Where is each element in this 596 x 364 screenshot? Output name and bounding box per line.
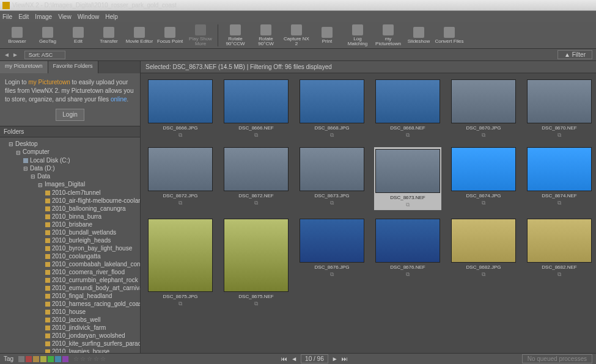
- tag-swatches[interactable]: [18, 356, 68, 362]
- thumbnail[interactable]: DSC_8673.JPG⧉: [298, 147, 366, 210]
- toolbar-slideshow[interactable]: Slideshow: [404, 23, 433, 48]
- thumbnail-filename: DSC_8670.JPG: [466, 125, 501, 131]
- tree-folder[interactable]: 2010_jacobs_well: [45, 316, 139, 324]
- menu-file[interactable]: File: [2, 13, 12, 20]
- tree-drive-c[interactable]: Local Disk (C:): [23, 156, 139, 164]
- toolbar-my-picturetown[interactable]: my Picturetown: [373, 23, 403, 48]
- tree-folder[interactable]: 2010-clem7tunnel: [45, 189, 139, 197]
- thumbnail[interactable]: DSC_8670.NEF⧉: [526, 79, 593, 139]
- thumbnail[interactable]: DSC_8666.JPG⧉: [147, 79, 214, 139]
- thumbnail[interactable]: DSC_8672.NEF⧉: [223, 147, 290, 210]
- toolbar-log-matching[interactable]: Log Matching: [343, 23, 372, 48]
- tree-folder[interactable]: 2010_coolangatta: [45, 252, 139, 260]
- thumbnail-image: [527, 147, 592, 191]
- tree-drive-d[interactable]: Data (D:): [23, 164, 139, 172]
- tree-folder[interactable]: 2010_byron_bay_light_house: [45, 244, 139, 252]
- tree-folder[interactable]: 2010_house: [45, 308, 139, 316]
- online-link[interactable]: online: [111, 96, 127, 103]
- menu-view[interactable]: View: [58, 13, 72, 20]
- toolbar-movie-editor[interactable]: Movie Editor: [125, 23, 154, 48]
- toolbar-icon: [413, 27, 424, 38]
- pager-last-icon[interactable]: ⏭: [342, 355, 348, 362]
- menu-window[interactable]: Window: [78, 13, 100, 20]
- filter-button[interactable]: ▲ Filter: [557, 50, 592, 59]
- menu-image[interactable]: Image: [35, 13, 52, 20]
- thumbnail[interactable]: DSC_8676.NEF⧉: [374, 219, 441, 307]
- thumbnail[interactable]: DSC_8672.JPG⧉: [147, 147, 214, 210]
- thumbnail-image: [375, 79, 440, 123]
- toolbar-convert-files[interactable]: Convert Files: [435, 23, 464, 48]
- pager-counter: 10 / 96: [301, 354, 328, 363]
- tree-folder[interactable]: 2010_eumundi_body_art_carnival: [45, 284, 139, 292]
- tree-folder[interactable]: 2010_bundall_wetlands: [45, 228, 139, 236]
- tree-desktop[interactable]: Desktop: [9, 140, 139, 148]
- thumbnail[interactable]: DSC_8675.JPG⧉: [147, 219, 214, 307]
- toolbar-play-show-more[interactable]: Play Show More: [186, 23, 215, 48]
- tab-favorites[interactable]: Favorite Folders: [48, 61, 98, 73]
- thumbnail[interactable]: DSC_8675.NEF⧉: [223, 219, 290, 307]
- thumbnail[interactable]: DSC_8674.JPG⧉: [450, 147, 517, 210]
- rating-stars[interactable]: ☆☆☆☆☆: [73, 355, 107, 362]
- toolbar-edit[interactable]: Edit: [64, 23, 93, 48]
- tree-folder[interactable]: 2010_currumbin_elephant_rock: [45, 276, 139, 284]
- toolbar-capture-nx-2[interactable]: Capture NX 2: [282, 23, 311, 48]
- thumbnail[interactable]: DSC_8673.NEF⧉: [374, 147, 441, 210]
- thumbnail[interactable]: DSC_8670.JPG⧉: [450, 79, 517, 139]
- sort-dropdown[interactable]: Sort: ASC: [24, 51, 66, 59]
- tree-folder[interactable]: 2010_kite_surfing_surfers_paradise: [45, 340, 139, 348]
- menu-edit[interactable]: Edit: [18, 13, 29, 20]
- tree-folder[interactable]: 2010_jindivick_farm: [45, 324, 139, 332]
- folders-header: Folders: [0, 126, 140, 137]
- tree-folder[interactable]: 2010_binna_burra: [45, 213, 139, 220]
- thumbnail-image: [224, 219, 289, 292]
- tag-label: Tag: [4, 355, 13, 362]
- toolbar-browser[interactable]: Browser: [2, 23, 32, 48]
- menu-bar: File Edit Image View Window Help: [0, 11, 596, 22]
- tree-folder[interactable]: 2010_burleigh_heads: [45, 236, 139, 244]
- thumbnail[interactable]: DSC_8682.JPG⧉: [450, 219, 517, 307]
- tree-folder[interactable]: 2010_jondaryan_woolshed: [45, 332, 139, 340]
- nav-back-icon[interactable]: ◄: [4, 51, 10, 58]
- nav-fwd-icon[interactable]: ►: [12, 51, 18, 58]
- thumbnail[interactable]: DSC_8682.NEF⧉: [526, 219, 593, 307]
- toolbar-print[interactable]: Print: [312, 23, 342, 48]
- folder-tree[interactable]: Desktop Computer Local Disk (C:) Data (D…: [0, 137, 140, 353]
- pager-next-icon[interactable]: ►: [332, 355, 338, 362]
- toolbar-transfer[interactable]: Transfer: [94, 23, 123, 48]
- thumbnail[interactable]: DSC_8674.NEF⧉: [526, 147, 593, 210]
- tree-folder[interactable]: 2010_air-flight-melbourne-coolangatta: [45, 197, 139, 205]
- tree-folder[interactable]: 2010_coomera_river_flood: [45, 268, 139, 276]
- picturetown-link[interactable]: my Picturetown: [28, 79, 70, 86]
- thumbnail-grid[interactable]: DSC_8666.JPG⧉DSC_8666.NEF⧉DSC_8668.JPG⧉D…: [141, 73, 596, 353]
- thumbnail[interactable]: DSC_8676.JPG⧉: [298, 219, 366, 307]
- pager-first-icon[interactable]: ⏮: [281, 355, 287, 362]
- tree-folder[interactable]: 2010_lawnies_house: [45, 348, 139, 353]
- tree-images-digital[interactable]: Images_Digital: [38, 180, 139, 188]
- toolbar-rotate-90-cw[interactable]: Rotate 90°CW: [251, 23, 281, 48]
- pager-prev-icon[interactable]: ◄: [291, 355, 297, 362]
- tree-data[interactable]: Data: [31, 172, 139, 180]
- tree-folder[interactable]: 2010_ballooning_canungra: [45, 205, 139, 213]
- tree-folder[interactable]: 2010_fingal_headland: [45, 292, 139, 300]
- thumbnail-tags-icon: ⧉: [178, 132, 182, 139]
- thumbnail[interactable]: DSC_8666.NEF⧉: [223, 79, 290, 139]
- thumbnail-tags-icon: ⧉: [557, 271, 561, 278]
- thumbnail-tags-icon: ⧉: [330, 200, 334, 206]
- tree-folder[interactable]: 2010_harness_racing_gold_coast: [45, 300, 139, 308]
- thumbnail[interactable]: DSC_8668.NEF⧉: [374, 79, 441, 139]
- toolbar-rotate-90-ccw[interactable]: Rotate 90°CCW: [221, 23, 250, 48]
- tree-computer[interactable]: Computer: [16, 148, 139, 156]
- login-button[interactable]: Login: [56, 109, 84, 121]
- tree-folder[interactable]: 2010_coombabah_lakeland_conservation_are…: [45, 260, 139, 268]
- tree-folder[interactable]: 2010_brisbane: [45, 220, 139, 228]
- thumbnail-filename: DSC_8672.JPG: [163, 193, 198, 198]
- toolbar-focus-point[interactable]: Focus Point: [155, 23, 185, 48]
- thumbnail-image: [148, 147, 213, 191]
- thumbnail-image: [451, 219, 516, 263]
- toolbar-icon: [352, 24, 363, 35]
- thumbnail-image: [148, 79, 213, 123]
- menu-help[interactable]: Help: [105, 13, 118, 20]
- thumbnail[interactable]: DSC_8668.JPG⧉: [298, 79, 366, 139]
- toolbar-geotag[interactable]: GeoTag: [33, 23, 62, 48]
- tab-picturetown[interactable]: my Picturetown: [0, 61, 48, 73]
